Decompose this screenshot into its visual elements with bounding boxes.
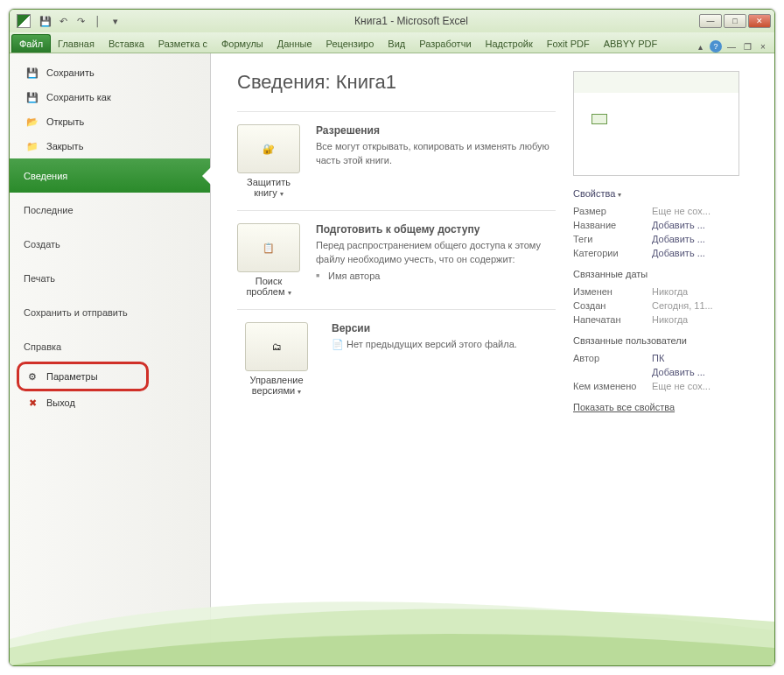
menu-save[interactable]: 💾Сохранить bbox=[10, 60, 210, 85]
property-value: ПК bbox=[652, 353, 664, 363]
tab-developer[interactable]: Разработчи bbox=[412, 35, 478, 53]
undo-icon[interactable]: ↶ bbox=[55, 13, 71, 29]
menu-help[interactable]: Справка bbox=[10, 329, 210, 363]
info-page: Сведения: Книга1 🔐 Защитить книгу ▾ Разр… bbox=[211, 53, 774, 665]
block-title: Подготовить к общему доступу bbox=[316, 223, 556, 236]
doc-minimize-icon[interactable]: — bbox=[725, 40, 738, 53]
property-value[interactable]: Добавить ... bbox=[652, 234, 705, 244]
property-value[interactable]: Добавить ... bbox=[652, 248, 705, 258]
button-label: Управление версиями bbox=[249, 375, 303, 396]
app-icon[interactable] bbox=[17, 14, 31, 28]
menu-label: Сохранить как bbox=[46, 92, 111, 102]
button-label: Поиск проблем bbox=[246, 276, 284, 297]
tab-view[interactable]: Вид bbox=[381, 35, 412, 53]
close-button[interactable]: ✕ bbox=[748, 14, 771, 28]
lock-icon: 🔐 bbox=[262, 144, 275, 155]
property-key: Напечатан bbox=[573, 314, 652, 325]
tab-file[interactable]: Файл bbox=[11, 34, 51, 53]
block-text: 📄 Нет предыдущих версий этого файла. bbox=[332, 338, 517, 352]
property-row: ТегиДобавить ... bbox=[573, 232, 757, 246]
property-key: Изменен bbox=[573, 286, 652, 297]
menu-close[interactable]: 📁Закрыть bbox=[10, 134, 210, 158]
property-row: НапечатанНикогда bbox=[573, 313, 757, 327]
property-key: Теги bbox=[573, 234, 652, 244]
property-key: Создан bbox=[573, 300, 652, 311]
doc-close-icon[interactable]: × bbox=[757, 40, 769, 53]
maximize-button[interactable]: □ bbox=[724, 14, 746, 28]
page-title: Сведения: Книга1 bbox=[237, 71, 556, 94]
block-text: Перед распространением общего доступа к … bbox=[316, 239, 556, 267]
doc-icon: 📄 bbox=[332, 339, 344, 349]
doc-restore-icon[interactable]: ❐ bbox=[741, 40, 753, 53]
qat-more-icon[interactable]: ▾ bbox=[108, 13, 123, 29]
property-row: КатегорииДобавить ... bbox=[573, 246, 757, 260]
menu-label: Создать bbox=[24, 239, 60, 250]
prepare-share-block: 📋 Поиск проблем ▾ Подготовить к общему д… bbox=[237, 211, 556, 310]
versions-icon: 🗂 bbox=[272, 341, 282, 352]
checklist-icon: 📋 bbox=[262, 243, 275, 254]
ribbon-up-icon[interactable]: ▴ bbox=[694, 40, 706, 53]
backstage: 💾Сохранить 💾Сохранить как 📂Открыть 📁Закр… bbox=[10, 53, 774, 665]
button-label: Защитить книгу bbox=[247, 177, 290, 198]
property-key: Категории bbox=[573, 248, 652, 258]
help-icon[interactable]: ? bbox=[710, 40, 722, 53]
menu-label: Сохранить bbox=[46, 67, 94, 78]
menu-label: Выход bbox=[46, 397, 75, 408]
manage-versions-button[interactable]: 🗂 Управление версиями ▾ bbox=[237, 322, 316, 396]
dates-heading: Связанные даты bbox=[573, 269, 757, 279]
document-preview[interactable] bbox=[573, 71, 739, 176]
menu-save-as[interactable]: 💾Сохранить как bbox=[10, 85, 210, 109]
menu-label: Сохранить и отправить bbox=[24, 307, 128, 318]
tab-formulas[interactable]: Формулы bbox=[214, 35, 270, 53]
open-icon: 📂 bbox=[25, 115, 39, 129]
menu-options[interactable]: ⚙ Параметры bbox=[10, 363, 210, 390]
tab-home[interactable]: Главная bbox=[51, 35, 102, 53]
save-as-icon: 💾 bbox=[25, 90, 39, 104]
menu-open[interactable]: 📂Открыть bbox=[10, 109, 210, 134]
menu-print[interactable]: Печать bbox=[10, 261, 210, 295]
tab-foxit[interactable]: Foxit PDF bbox=[540, 35, 597, 53]
menu-info[interactable]: Сведения bbox=[10, 158, 210, 193]
property-row: Добавить ... bbox=[573, 365, 757, 379]
menu-label: Последние bbox=[24, 205, 74, 215]
options-icon: ⚙ bbox=[25, 369, 39, 383]
tab-insert[interactable]: Вставка bbox=[102, 35, 151, 53]
menu-exit[interactable]: ✖Выход bbox=[10, 390, 210, 416]
window-title: Книга1 - Microsoft Excel bbox=[123, 15, 699, 27]
property-row: ИзмененНикогда bbox=[573, 285, 757, 299]
tab-addins[interactable]: Надстройк bbox=[479, 35, 540, 53]
qat-separator: │ bbox=[90, 13, 106, 29]
block-title: Версии bbox=[332, 322, 517, 334]
app-window: 💾 ↶ ↷ │ ▾ Книга1 - Microsoft Excel — □ ✕… bbox=[9, 9, 775, 666]
tab-review[interactable]: Рецензиро bbox=[319, 35, 382, 53]
tab-layout[interactable]: Разметка с bbox=[151, 35, 214, 53]
menu-recent[interactable]: Последние bbox=[10, 193, 210, 227]
menu-share[interactable]: Сохранить и отправить bbox=[10, 295, 210, 329]
tab-data[interactable]: Данные bbox=[270, 35, 319, 53]
minimize-button[interactable]: — bbox=[699, 14, 722, 28]
property-row: Кем измененоЕще не сох... bbox=[573, 379, 757, 393]
check-issues-button[interactable]: 📋 Поиск проблем ▾ bbox=[237, 223, 300, 297]
ribbon-tabs: Файл Главная Вставка Разметка с Формулы … bbox=[10, 32, 774, 53]
menu-label: Параметры bbox=[46, 371, 98, 382]
redo-icon[interactable]: ↷ bbox=[73, 13, 88, 29]
property-value: Сегодня, 11... bbox=[652, 300, 713, 311]
save-icon[interactable]: 💾 bbox=[38, 13, 53, 29]
block-text: Все могут открывать, копировать и изменя… bbox=[316, 140, 556, 168]
property-value: Никогда bbox=[652, 314, 688, 325]
tab-abbyy[interactable]: ABBYY PDF bbox=[597, 35, 665, 53]
show-all-properties-link[interactable]: Показать все свойства bbox=[573, 402, 675, 412]
property-value[interactable]: Добавить ... bbox=[652, 367, 705, 377]
properties-panel: Свойства ▾ РазмерЕще не сох...НазваниеДо… bbox=[573, 71, 757, 648]
property-value[interactable]: Добавить ... bbox=[652, 220, 705, 230]
protect-workbook-button[interactable]: 🔐 Защитить книгу ▾ bbox=[237, 124, 300, 198]
property-row: СозданСегодня, 11... bbox=[573, 299, 757, 313]
save-icon: 💾 bbox=[25, 66, 39, 80]
properties-dropdown[interactable]: Свойства ▾ bbox=[573, 188, 757, 199]
window-controls: — □ ✕ bbox=[699, 14, 771, 28]
property-row: АвторПК bbox=[573, 351, 757, 365]
menu-new[interactable]: Создать bbox=[10, 227, 210, 261]
quick-access-toolbar: 💾 ↶ ↷ │ ▾ bbox=[38, 13, 123, 29]
backstage-menu: 💾Сохранить 💾Сохранить как 📂Открыть 📁Закр… bbox=[10, 53, 211, 665]
exit-icon: ✖ bbox=[25, 396, 39, 410]
